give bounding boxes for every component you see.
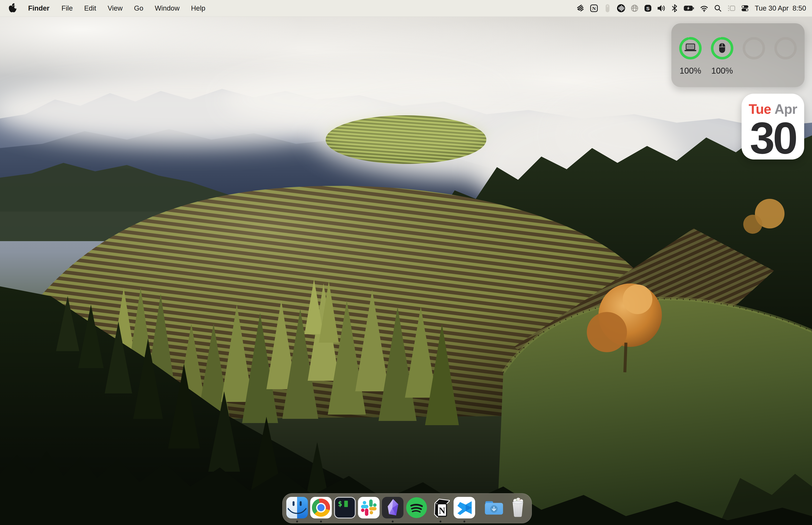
menu-bar-clock[interactable]: Tue 30 Apr 8:50 (755, 4, 806, 12)
dock-item-notion[interactable]: N (430, 497, 451, 523)
svg-text:N: N (592, 6, 596, 11)
s-app-icon[interactable]: S (644, 4, 652, 12)
battery-capsule-icon[interactable] (603, 4, 612, 13)
menu-view[interactable]: View (102, 4, 128, 12)
laptop-icon (685, 44, 696, 51)
volume-icon[interactable] (657, 4, 666, 13)
running-indicator (440, 521, 442, 523)
running-indicator (296, 521, 298, 523)
running-indicator (463, 521, 465, 523)
menu-help[interactable]: Help (185, 4, 211, 12)
desktop: Finder File Edit View Go Window Help N (0, 0, 812, 525)
menu-go[interactable]: Go (128, 4, 149, 12)
menu-bar-status: N S (574, 4, 812, 13)
mouse-battery-percent: 100% (711, 66, 733, 76)
slack-icon (358, 497, 380, 519)
battery-slot-mouse: 100% (710, 23, 734, 87)
chrome-icon (310, 497, 332, 519)
laptop-battery-ring (678, 36, 703, 60)
dock-item-finder[interactable] (286, 497, 308, 523)
battery-slot-macbook: 100% (678, 23, 703, 87)
dock-item-obsidian[interactable] (382, 497, 403, 523)
bluetooth-icon[interactable] (671, 4, 678, 13)
audio-waveform-icon[interactable] (617, 4, 625, 13)
menu-edit[interactable]: Edit (78, 4, 102, 12)
globe-icon[interactable] (630, 4, 639, 13)
empty-battery-ring (741, 36, 766, 60)
dock-item-slack[interactable] (358, 497, 380, 523)
terminal-icon: $ (334, 497, 356, 519)
calendar-day-number: 30 (741, 117, 804, 159)
dock: $ (282, 493, 532, 523)
wifi-icon[interactable] (700, 4, 709, 13)
svg-text:S: S (646, 6, 649, 11)
mouse-icon (719, 43, 725, 53)
menu-bar: Finder File Edit View Go Window Help N (0, 0, 812, 17)
notion-icon[interactable]: N (590, 4, 598, 13)
notion-icon-dock: N (430, 497, 451, 519)
vscode-icon (454, 497, 475, 519)
stage-manager-icon[interactable] (727, 4, 736, 13)
calendar-widget[interactable]: TueApr 30 (741, 94, 804, 160)
origami-bird-icon[interactable] (576, 4, 585, 13)
spotlight-search-icon[interactable] (714, 4, 722, 13)
battery-slot-empty-2 (773, 23, 798, 87)
obsidian-icon (382, 497, 403, 519)
empty-battery-ring (773, 36, 798, 60)
menu-window[interactable]: Window (149, 4, 185, 12)
control-center-icon[interactable] (741, 4, 749, 13)
apple-menu[interactable] (0, 3, 22, 13)
svg-text:N: N (439, 506, 445, 515)
batteries-widget[interactable]: 100% 100% (671, 23, 805, 87)
battery-slot-empty-1 (741, 23, 766, 87)
dock-item-downloads[interactable] (483, 497, 505, 523)
dock-item-trash[interactable] (507, 497, 528, 523)
battery-charging-icon[interactable] (683, 4, 695, 13)
laptop-battery-percent: 100% (680, 66, 701, 76)
dock-item-spotify[interactable] (406, 497, 427, 523)
apple-icon (9, 3, 17, 13)
menu-app-name[interactable]: Finder (22, 4, 56, 12)
dock-item-terminal[interactable]: $ (334, 497, 356, 523)
downloads-folder-icon (483, 497, 505, 519)
running-indicator (320, 521, 322, 523)
dock-item-vscode[interactable] (454, 497, 475, 523)
trash-full-icon (507, 497, 528, 519)
running-indicator (392, 521, 394, 523)
finder-icon (286, 497, 308, 519)
dock-item-chrome[interactable] (310, 497, 332, 523)
terminal-cursor (344, 501, 348, 507)
menu-bar-left: Finder File Edit View Go Window Help (0, 3, 211, 13)
mouse-battery-ring (710, 36, 734, 60)
spotify-icon (406, 497, 427, 519)
menu-file[interactable]: File (56, 4, 78, 12)
